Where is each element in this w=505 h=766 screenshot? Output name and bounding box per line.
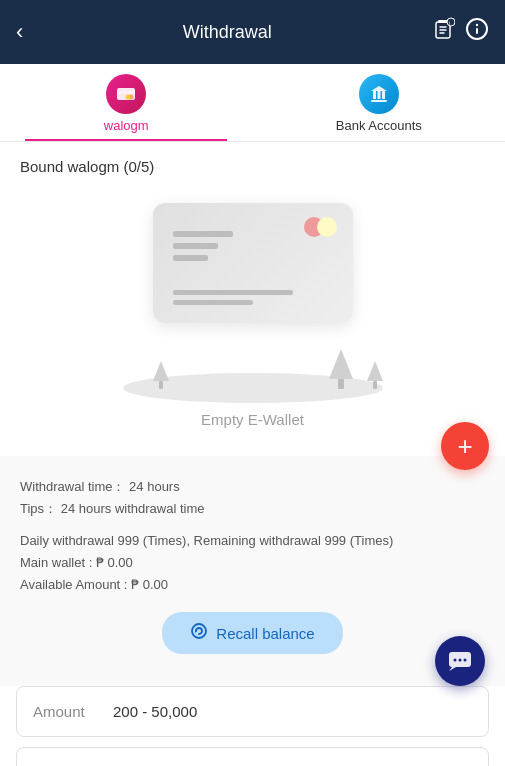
svg-point-23: [454, 659, 457, 662]
svg-rect-15: [373, 91, 376, 99]
tips-line: Tips： 24 hours withdrawal time: [20, 498, 485, 520]
header: ‹ Withdrawal i: [0, 0, 505, 64]
page-title: Withdrawal: [183, 22, 272, 43]
amount-label: Amount: [33, 703, 113, 720]
add-wallet-button[interactable]: +: [441, 422, 489, 470]
svg-rect-9: [476, 28, 478, 34]
card-bottom-lines: [173, 290, 333, 305]
mc-circle-yellow: [317, 217, 337, 237]
tips-value: 24 hours withdrawal time: [61, 501, 205, 516]
svg-marker-22: [449, 667, 456, 671]
svg-point-19: [192, 624, 206, 638]
svg-point-8: [476, 24, 478, 26]
amount-range: 200 - 50,000: [113, 703, 197, 720]
info-spacer: [20, 520, 485, 530]
tree-right: [329, 349, 353, 389]
card-mastercard: [304, 217, 337, 237]
svg-rect-18: [371, 100, 387, 102]
recall-balance-label: Recall balance: [216, 625, 314, 642]
withdrawal-time-value: 24 hours: [129, 479, 180, 494]
card-line-3: [173, 255, 208, 261]
available-amount-line: Available Amount : ₱ 0.00: [20, 574, 485, 596]
landscape: [103, 343, 403, 403]
svg-point-13: [126, 95, 131, 100]
tab-walogm-label: walogm: [104, 118, 149, 133]
daily-withdrawal-line: Daily withdrawal 999 (Times), Remaining …: [20, 530, 485, 552]
card-bottom-line-2: [173, 300, 253, 305]
bound-text: Bound walogm (0/5): [0, 142, 505, 183]
chat-support-button[interactable]: [435, 636, 485, 686]
svg-marker-14: [371, 86, 387, 91]
recall-balance-button[interactable]: Recall balance: [162, 612, 342, 654]
svg-rect-16: [377, 91, 380, 99]
card-lines: [173, 231, 233, 261]
list-icon[interactable]: i: [431, 17, 455, 47]
svg-point-25: [464, 659, 467, 662]
card-line-1: [173, 231, 233, 237]
tree-trunk-left: [159, 381, 163, 389]
withdrawal-time-line: Withdrawal time： 24 hours: [20, 476, 485, 498]
main-wallet-line: Main wallet : ₱ 0.00: [20, 552, 485, 574]
empty-wallet-label: Empty E-Wallet: [201, 411, 304, 428]
withdrawal-time-label: Withdrawal time：: [20, 479, 125, 494]
transaction-section: Transaction: [16, 747, 489, 766]
tips-label: Tips：: [20, 501, 57, 516]
tree-top-left: [153, 361, 169, 381]
recall-icon: [190, 622, 208, 644]
card-line-2: [173, 243, 218, 249]
tree-trunk-right: [338, 379, 344, 389]
header-right: i: [431, 17, 489, 47]
tree-left: [153, 361, 169, 389]
back-button[interactable]: ‹: [16, 19, 23, 45]
card-bottom-line-1: [173, 290, 293, 295]
tree-trunk-far-right: [373, 381, 377, 389]
svg-rect-11: [117, 91, 135, 94]
tree-far-right: [367, 361, 383, 389]
svg-text:i: i: [449, 20, 450, 26]
walogm-icon: [106, 74, 146, 114]
svg-rect-17: [382, 91, 385, 99]
info-section: Withdrawal time： 24 hours Tips： 24 hours…: [0, 456, 505, 686]
empty-wallet-area: Empty E-Wallet +: [0, 183, 505, 448]
tab-bank-accounts[interactable]: Bank Accounts: [253, 64, 506, 141]
bank-accounts-icon: [359, 74, 399, 114]
card-illustration: [153, 203, 353, 323]
main-content: Bound walogm (0/5): [0, 142, 505, 766]
amount-section: Amount 200 - 50,000: [16, 686, 489, 737]
tree-top-right: [329, 349, 353, 379]
header-left: ‹: [16, 19, 23, 45]
tree-top-far-right: [367, 361, 383, 381]
tab-walogm[interactable]: walogm: [0, 64, 253, 141]
tab-bank-accounts-label: Bank Accounts: [336, 118, 422, 133]
info-icon[interactable]: [465, 17, 489, 47]
svg-point-24: [459, 659, 462, 662]
recall-balance-wrap: Recall balance: [20, 612, 485, 654]
tabs: walogm Bank Accounts: [0, 64, 505, 142]
